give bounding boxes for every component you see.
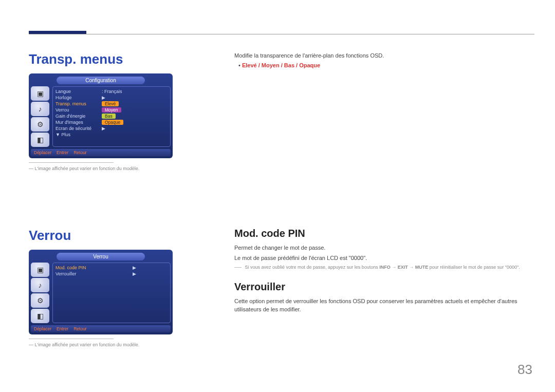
- setup-icon: ⚙: [31, 117, 49, 132]
- osd-footer: Déplacer Entrer Retour: [31, 325, 171, 332]
- footnote-text: L'image affichée peut varier en fonction…: [29, 166, 139, 171]
- osd-row-value: ▶: [102, 95, 168, 100]
- osd-foot-move: Déplacer: [34, 326, 51, 331]
- transp-options-text: Elevé / Moyen / Bas / Opaque: [242, 62, 320, 68]
- osd-row-label: Horloge: [55, 95, 102, 100]
- osd-foot-return: Retour: [73, 326, 87, 331]
- picture-icon: ▣: [31, 86, 49, 101]
- osd-row-label: Langue: [55, 89, 102, 94]
- footnote-1: L'image affichée peut varier en fonction…: [29, 162, 198, 171]
- osd-row-value: ▶: [102, 126, 168, 131]
- osd-screenshot-verrou: Verrou ▣ ♪ ⚙ ◧ Mod. code PIN▶ Verrouille…: [29, 250, 173, 334]
- osd-option-moyen: Moyen: [102, 107, 121, 113]
- osd-option-opaque: Opaque: [102, 120, 123, 125]
- arrow-icon: →: [409, 265, 414, 270]
- osd-foot-move: Déplacer: [34, 150, 51, 155]
- osd-row-label: Ecran de sécurité: [55, 126, 102, 131]
- osd-title: Configuration: [57, 77, 145, 84]
- transp-options: Elevé / Moyen / Bas / Opaque: [238, 62, 532, 68]
- modpin-note: Si vous avez oublié votre mot de passe, …: [234, 265, 532, 270]
- osd-screenshot-configuration: Configuration ▣ ♪ ⚙ ◧ Langue: Français H…: [29, 73, 173, 158]
- modpin-p2: Le mot de passe prédéfini de l'écran LCD…: [234, 254, 532, 263]
- osd-row-label: Verrou: [55, 107, 102, 113]
- key-exit: EXIT: [398, 265, 408, 270]
- section-title-transp-menus: Transp. menus: [29, 51, 198, 67]
- osd-option-eleve: Elevé: [102, 101, 119, 106]
- osd-footer: Déplacer Entrer Retour: [31, 149, 171, 156]
- play-icon: ▶: [133, 265, 168, 270]
- osd-row-value: : Français: [102, 89, 168, 94]
- play-icon: ▶: [133, 271, 168, 276]
- note-post: pour réinitialiser le mot de passe sur "…: [430, 265, 520, 270]
- modpin-p1: Permet de changer le mot de passe.: [234, 244, 532, 252]
- key-mute: MUTE: [415, 265, 429, 270]
- section-title-verrou: Verrou: [29, 228, 198, 244]
- osd-row-label: Mur d'images: [55, 120, 102, 125]
- sound-icon: ♪: [31, 102, 49, 116]
- osd-row-label: ▼ Plus: [55, 132, 102, 137]
- osd-row-label: Mod. code PIN: [55, 265, 133, 270]
- header-rule: [29, 34, 534, 34]
- osd-foot-enter: Entrer: [57, 150, 68, 155]
- osd-foot-return: Retour: [73, 150, 87, 155]
- right-column: Modifie la transparence de l'arrière-pla…: [234, 51, 532, 316]
- left-column: Transp. menus Configuration ▣ ♪ ⚙ ◧ Lang…: [29, 51, 198, 347]
- osd-row-label: Gain d'énergie: [55, 114, 102, 119]
- note-pre: Si vous avez oublié votre mot de passe, …: [245, 265, 380, 270]
- osd-menu-list: Langue: Français Horloge▶ Transp. menusE…: [52, 86, 171, 147]
- sound-icon: ♪: [31, 278, 49, 292]
- footnote-2: L'image affichée peut varier en fonction…: [29, 339, 198, 347]
- footnote-text: L'image affichée peut varier en fonction…: [29, 342, 139, 347]
- page-number: 83: [517, 362, 532, 378]
- verrouiller-p1: Cette option permet de verrouiller les f…: [234, 297, 532, 314]
- osd-menu-list: Mod. code PIN▶ Verrouiller▶: [52, 263, 171, 323]
- osd-sidebar-icons: ▣ ♪ ⚙ ◧: [31, 263, 50, 323]
- picture-icon: ▣: [31, 263, 49, 277]
- osd-row-label: Verrouiller: [55, 271, 133, 276]
- osd-row-label: Transp. menus: [55, 101, 102, 106]
- key-info: INFO: [379, 265, 391, 270]
- osd-sidebar-icons: ▣ ♪ ⚙ ◧: [31, 86, 50, 147]
- multi-icon: ◧: [31, 309, 49, 323]
- osd-foot-enter: Entrer: [57, 326, 68, 331]
- subheading-mod-code-pin: Mod. code PIN: [234, 228, 532, 239]
- osd-title: Verrou: [57, 253, 145, 260]
- setup-icon: ⚙: [31, 293, 49, 308]
- arrow-icon: →: [392, 265, 396, 270]
- transp-desc: Modifie la transparence de l'arrière-pla…: [234, 51, 532, 60]
- multi-icon: ◧: [31, 133, 49, 147]
- osd-option-bas: Bas: [102, 114, 116, 119]
- subheading-verrouiller: Verrouiller: [234, 281, 532, 293]
